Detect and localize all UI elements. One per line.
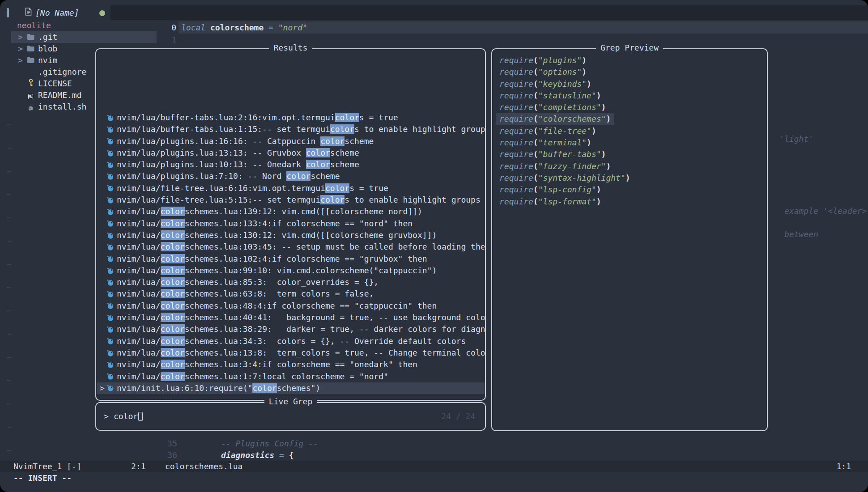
search-input[interactable]: color: [114, 410, 143, 423]
chevron-right-icon[interactable]: >: [18, 55, 24, 66]
tilde: ~: [7, 206, 11, 229]
result-text: nvim/lua/plugins.lua:7:10: -- Nord color…: [117, 170, 340, 182]
live-grep-prompt[interactable]: > color 24 / 24: [96, 410, 485, 423]
result-row[interactable]: nvim/lua/buffer-tabs.lua:1:15:-- set ter…: [97, 123, 485, 135]
preview-line[interactable]: require("options"): [496, 66, 766, 78]
license-key-icon: [28, 78, 34, 89]
result-text-post: schemes.lua:130:12: vim.cmd([[colorschem…: [185, 230, 437, 240]
preview-line[interactable]: require("lsp-format"): [496, 196, 766, 208]
result-row[interactable]: nvim/lua/colorschemes.lua:38:29: darker …: [97, 323, 485, 335]
result-row[interactable]: nvim/lua/colorschemes.lua:63:8: term_col…: [97, 288, 485, 300]
code-token: require: [499, 138, 533, 147]
results-list: nvim/lua/buffer-tabs.lua:2:16:vim.opt.te…: [97, 112, 485, 394]
chevron-right-icon[interactable]: >: [18, 43, 24, 55]
code-token: "nord": [278, 23, 307, 32]
code-token: "file-tree": [538, 126, 591, 136]
code-token: "syntax-highlight": [538, 173, 625, 182]
result-text: nvim/lua/plugins.lua:10:13: -- Onedark c…: [117, 159, 359, 170]
statusline-buffer-name: NvimTree_1 [-]: [13, 461, 81, 472]
preview-line[interactable]: require("buffer-tabs"): [496, 148, 766, 160]
match-highlight: color: [252, 383, 277, 393]
result-row[interactable]: nvim/lua/plugins.lua:7:10: -- Nord color…: [97, 170, 485, 182]
buffer-tab[interactable]: [No Name]: [25, 6, 79, 19]
preview-line[interactable]: require("file-tree"): [496, 125, 766, 137]
preview-line[interactable]: require("colorschemes"): [496, 113, 766, 125]
result-row[interactable]: nvim/lua/plugins.lua:16:16: -- Catppucci…: [97, 136, 485, 147]
grep-preview-window: Grep Preview require("plugins")require("…: [491, 48, 768, 431]
result-row[interactable]: nvim/lua/colorschemes.lua:40:41: backgro…: [97, 312, 485, 323]
preview-line[interactable]: require("completions"): [496, 102, 766, 113]
result-text-pre: nvim/lua/: [117, 219, 161, 228]
lua-file-icon: [107, 208, 114, 215]
chevron-right-icon[interactable]: >: [18, 31, 24, 43]
background-code-fragment: example '<leader>: [784, 206, 867, 216]
result-row[interactable]: nvim/lua/file-tree.lua:6:16:vim.opt.term…: [97, 182, 485, 194]
result-text-pre: nvim/lua/: [117, 324, 161, 334]
background-code-fragment: diagnostics = {: [221, 450, 294, 460]
result-row[interactable]: nvim/lua/buffer-tabs.lua:2:16:vim.opt.te…: [97, 112, 485, 123]
code-token: ): [596, 91, 601, 100]
match-highlight: color: [161, 289, 185, 298]
code-token: "keybinds": [538, 79, 587, 89]
mode-indicator: -- INSERT --: [13, 472, 72, 484]
code-token: (: [533, 197, 538, 206]
preview-line[interactable]: require("statusline"): [496, 90, 766, 102]
result-text-pre: nvim/lua/plugins.lua:16:16: -- Catppucci…: [117, 136, 320, 146]
tree-item--git[interactable]: >.git: [0, 31, 161, 43]
match-highlight: color: [161, 324, 185, 334]
lua-file-icon: [107, 232, 114, 239]
result-text-post: s to enable highlight groups: [345, 195, 480, 204]
match-highlight: color: [161, 277, 185, 287]
code-token: colorscheme: [210, 23, 264, 32]
result-row[interactable]: nvim/lua/colorschemes.lua:1:7:local colo…: [97, 371, 485, 382]
code-token: (: [533, 67, 538, 76]
result-row[interactable]: nvim/lua/colorschemes.lua:48:4:if colors…: [97, 300, 485, 312]
result-row[interactable]: nvim/lua/colorschemes.lua:139:12: vim.cm…: [97, 206, 485, 217]
result-row[interactable]: nvim/lua/colorschemes.lua:13:8: term_col…: [97, 347, 485, 359]
result-row[interactable]: nvim/lua/colorschemes.lua:99:10: vim.cmd…: [97, 265, 485, 276]
result-row[interactable]: nvim/lua/colorschemes.lua:34:3: colors =…: [97, 335, 485, 347]
result-row[interactable]: nvim/lua/plugins.lua:13:13: -- Gruvbox c…: [97, 147, 485, 159]
folder-icon: [27, 55, 34, 66]
result-text: nvim/lua/colorschemes.lua:38:29: darker …: [117, 323, 485, 335]
result-text-pre: nvim/lua/plugins.lua:7:10: -- Nord: [117, 171, 286, 181]
match-highlight: color: [161, 266, 185, 275]
prompt-sign: >: [104, 410, 109, 423]
result-row[interactable]: >nvim/init.lua:6:10:require("colorscheme…: [97, 382, 485, 394]
preview-line[interactable]: require("fuzzy-finder"): [496, 161, 766, 172]
preview-line[interactable]: require("syntax-highlight"): [496, 172, 766, 184]
code-token: ): [601, 102, 606, 112]
tree-item-label: .gitignore: [38, 66, 86, 78]
preview-line[interactable]: require("lsp-config"): [496, 184, 766, 195]
code-token: ): [582, 55, 587, 65]
result-row[interactable]: nvim/lua/colorschemes.lua:102:4:if color…: [97, 253, 485, 265]
lua-file-icon: [107, 350, 114, 356]
preview-line[interactable]: require("terminal"): [496, 137, 766, 148]
code-token: local: [181, 23, 205, 32]
preview-line-code: require("options"): [496, 66, 590, 78]
result-row[interactable]: nvim/lua/colorschemes.lua:3:4:if colorsc…: [97, 359, 485, 370]
tilde: ~: [7, 299, 11, 322]
result-text: nvim/lua/colorschemes.lua:3:4:if colorsc…: [117, 359, 417, 370]
result-row[interactable]: nvim/lua/colorschemes.lua:103:45: -- set…: [97, 241, 485, 253]
lua-file-icon: [107, 185, 114, 191]
preview-line[interactable]: require("keybinds"): [496, 78, 766, 90]
result-text-post: scheme: [345, 136, 374, 146]
code-token: ): [591, 126, 596, 136]
result-row[interactable]: nvim/lua/file-tree.lua:5:15:-- set termg…: [97, 194, 485, 206]
result-row[interactable]: nvim/lua/plugins.lua:10:13: -- Onedark c…: [97, 159, 485, 170]
line-number: 0: [163, 23, 176, 32]
lua-file-icon: [107, 279, 114, 286]
result-row[interactable]: nvim/lua/colorschemes.lua:130:12: vim.cm…: [97, 229, 485, 241]
tree-item-label: .git: [38, 31, 57, 43]
code-token: (: [533, 102, 538, 112]
file-tree-root[interactable]: neolite: [0, 20, 161, 31]
lua-file-icon: [107, 326, 114, 333]
tilde: ~: [7, 276, 11, 299]
result-text-post: schemes.lua:13:8: term_colors = true, --…: [185, 348, 485, 357]
code-token: "terminal": [538, 138, 587, 147]
preview-line[interactable]: require("plugins"): [496, 55, 766, 66]
lua-file-icon: [107, 267, 114, 274]
result-row[interactable]: nvim/lua/colorschemes.lua:133:4:if color…: [97, 218, 485, 229]
result-row[interactable]: nvim/lua/colorschemes.lua:85:3: color_ov…: [97, 276, 485, 288]
